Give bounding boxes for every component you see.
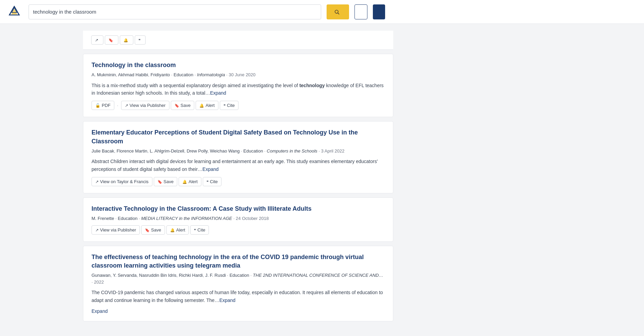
search-button[interactable] [327,4,349,19]
bookmark-icon [158,179,162,184]
cite-button[interactable]: Cite [220,101,238,110]
author-link[interactable]: Nasruddin Bin Idris [139,273,177,278]
paper-card: The effectiveness of teaching technology… [83,246,393,321]
view-button[interactable]: View on Taylor & Francis [92,177,152,186]
action-label: Alert [176,227,185,233]
external-icon [95,227,99,233]
author-link[interactable]: Gunawan [92,273,111,278]
paper-abstract: The COVID-19 pandemic has changed variou… [92,289,385,304]
paper-title-link[interactable]: Elementary Educator Perceptions of Stude… [92,128,385,145]
author-link[interactable]: Richki Hardi [179,273,203,278]
field-badge: Education [243,148,263,154]
signin-button[interactable] [354,4,367,19]
cite-button[interactable]: Cite [203,177,221,186]
paper-title-link[interactable]: Interactive Technology in the Classroom:… [92,205,385,213]
expand-link[interactable]: Expand [202,166,218,172]
action-label: Cite [227,103,235,108]
save-button[interactable]: Save [171,101,195,110]
author-link[interactable]: Julie Bacak [92,148,114,154]
bell-icon [170,227,175,233]
cite-button[interactable]: Cite [190,225,209,235]
paper-date: 3 April 2022 [321,148,345,154]
action-label: Save [181,103,191,108]
journal-name: Informatologia [197,72,225,77]
view-button[interactable]: View via Publisher [92,225,140,235]
paper-title-link[interactable]: The effectiveness of teaching technology… [92,253,385,270]
field-badge: Education [174,72,193,77]
bookmark-icon [145,227,150,233]
top-view-publisher-btn[interactable] [91,35,103,45]
logo-link[interactable] [8,6,23,18]
action-label: View via Publisher [100,227,136,233]
author-link[interactable]: Florence Martin [117,148,147,154]
paper-meta: A. Mukminin, Akhmad Habibi, Fridiyanto ·… [92,71,385,78]
alert-button[interactable]: Alert [196,101,218,110]
paper-action-bar: PDF·View via PublisherSaveAlertCite [92,101,385,110]
author-link[interactable]: Akhmad Habibi [118,72,148,77]
expand-link[interactable]: Expand [92,308,108,314]
author-link[interactable]: L. Ahlgrim-Delzell [150,148,184,154]
paper-action-bar: View on Taylor & FrancisSaveAlertCite [92,177,385,186]
action-label: View via Publisher [130,103,166,108]
author-link[interactable]: Weichao Wang [210,148,240,154]
author-link[interactable]: A. Mukminin [92,72,116,77]
paper-date: 30 June 2020 [229,72,255,77]
journal-name: MEDIA LITERACY in the INFORMATION AGE [141,216,232,221]
external-icon [95,179,99,184]
paper-meta: M. Frenette · Education · MEDIA LITERACY… [92,215,385,222]
pdf-label: PDF [102,103,111,108]
action-label: Cite [210,179,218,184]
paper-date: 2022 [94,279,104,285]
paper-date: 24 October 2018 [236,216,269,221]
main-content: Technology in the classroomA. Mukminin, … [0,24,476,336]
external-icon [95,37,98,43]
journal-name: Computers in the Schools [267,148,317,154]
action-separator: · [117,103,118,108]
save-button[interactable]: Save [141,225,165,235]
action-label: View on Taylor & Francis [100,179,149,184]
expand-link[interactable]: Expand [210,90,226,96]
lock-icon [95,103,100,108]
author-link[interactable]: Drew Polly [187,148,208,154]
quote-icon [138,37,141,43]
semantic-scholar-logo-icon [8,6,20,18]
paper-card: Elementary Educator Perceptions of Stude… [83,121,393,193]
external-icon [125,103,128,108]
results-area: Technology in the classroomA. Mukminin, … [75,31,401,321]
bookmark-icon [175,103,179,108]
author-link[interactable]: J. F. Rusdi [205,273,226,278]
quote-icon [207,179,209,184]
top-action-bar [83,31,393,50]
top-alert-btn[interactable] [120,35,133,45]
paper-card: Interactive Technology in the Classroom:… [83,197,393,242]
alert-button[interactable]: Alert [179,177,201,186]
paper-title-link[interactable]: Technology in the classroom [92,61,385,69]
paper-abstract: This is a mix-method study with a sequen… [92,82,385,97]
action-label: Save [151,227,161,233]
expand-link[interactable]: Expand [219,298,235,303]
paper-action-bar: View via PublisherSaveAlertCite [92,225,385,235]
paper-card: Technology in the classroomA. Mukminin, … [83,54,393,117]
view-button[interactable]: View via Publisher [121,101,169,110]
author-link[interactable]: Fridiyanto [150,72,170,77]
author-link[interactable]: M. Frenette [92,216,114,221]
bell-icon [182,179,187,184]
svg-line-4 [338,13,339,14]
search-input[interactable] [33,9,317,15]
pdf-button[interactable]: PDF [92,101,114,110]
quote-icon [224,103,226,108]
field-badge: Education [118,216,137,221]
bell-icon [123,37,128,43]
quote-icon [194,227,196,233]
top-cite-btn[interactable] [135,35,146,45]
paper-meta: Julie Bacak, Florence Martin, L. Ahlgrim… [92,148,385,155]
save-button[interactable]: Save [154,177,178,186]
action-label: Alert [188,179,198,184]
alert-button[interactable]: Alert [166,225,189,235]
top-save-btn[interactable] [105,35,118,45]
search-bar [29,4,321,19]
paper-abstract: Abstract Children interact with digital … [92,158,385,173]
bookmark-icon [109,37,113,43]
create-account-button[interactable] [373,4,385,19]
author-link[interactable]: Y. Servanda [113,273,137,278]
